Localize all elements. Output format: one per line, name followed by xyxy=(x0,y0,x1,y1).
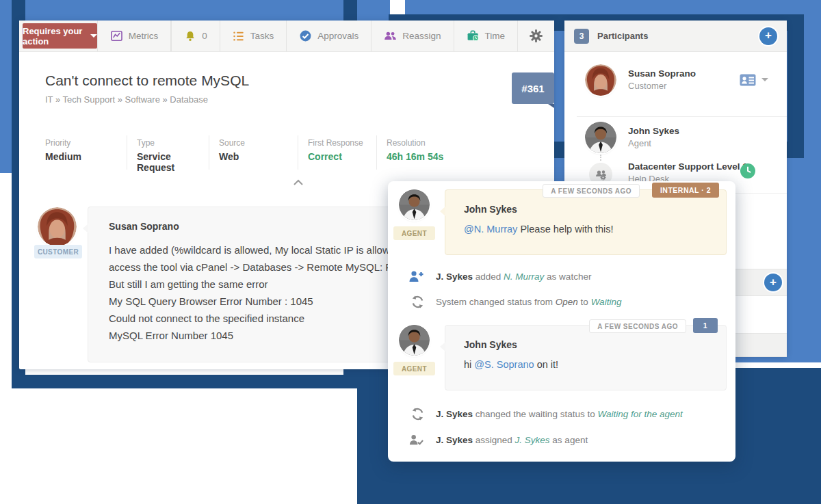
field-source: Source Web xyxy=(209,135,298,170)
avatar xyxy=(399,325,430,356)
participant-row-susan[interactable]: Susan Soprano Customer xyxy=(564,59,787,116)
message-timestamp: A FEW SECONDS AGO xyxy=(543,184,640,198)
avatar xyxy=(38,207,77,246)
avatar xyxy=(585,64,616,96)
chevron-up-icon xyxy=(293,179,304,186)
participant-row-john[interactable]: John Sykes Agent xyxy=(564,118,787,159)
toolbar-item-tasks[interactable]: Tasks xyxy=(220,21,287,51)
toolbar-tasks-label: Tasks xyxy=(250,31,274,41)
toolbar-approvals-label: Approvals xyxy=(317,31,359,41)
field-value: 46h 16m 54s xyxy=(387,151,479,162)
toolbar-settings-button[interactable] xyxy=(517,21,554,51)
toolbar-item-metrics[interactable]: Metrics xyxy=(97,21,171,51)
reassign-people-icon xyxy=(384,29,397,42)
message-text: Please help with this! xyxy=(517,224,613,235)
participant-role: Customer xyxy=(628,81,696,91)
field-value: Service Request xyxy=(137,151,209,173)
refresh-icon xyxy=(410,407,425,421)
ticket-toolbar: Requires your action Metrics 0 xyxy=(19,21,554,52)
row-divider xyxy=(577,116,787,117)
sla-clock-icon xyxy=(740,163,756,179)
field-resolution: Resolution 46h 16m 54s xyxy=(376,135,479,170)
refresh-icon xyxy=(410,295,425,309)
event-waiting-status-changed: J. Sykes changed the waiting status to W… xyxy=(436,409,683,419)
participant-name: Susan Soprano xyxy=(628,68,696,79)
field-label: First Response xyxy=(308,138,376,148)
field-type: Type Service Request xyxy=(127,135,209,170)
toolbar-item-time[interactable]: Time xyxy=(454,21,518,51)
message-body: hi @S. Soprano on it! xyxy=(464,359,726,370)
participant-name: John Sykes xyxy=(628,126,679,136)
add-follower-button[interactable] xyxy=(764,274,782,291)
customer-role-badge: CUSTOMER xyxy=(34,245,82,258)
avatar xyxy=(585,122,616,153)
conversation-card: AGENT A FEW SECONDS AGO INTERNAL · 2 Joh… xyxy=(388,181,735,462)
participants-count-badge: 3 xyxy=(574,29,589,44)
field-value: Web xyxy=(219,151,298,162)
field-priority: Priority Medium xyxy=(45,135,127,170)
message-prefix: hi xyxy=(464,359,474,370)
internal-badge: INTERNAL · 2 xyxy=(652,183,719,198)
bell-icon xyxy=(184,30,196,42)
screenshot-root: Requires your action Metrics 0 xyxy=(0,0,821,504)
user-plus-icon xyxy=(408,269,425,285)
field-label: Resolution xyxy=(387,138,479,148)
toolbar-item-alarms[interactable]: 0 xyxy=(171,21,220,51)
ticket-fields-row: Priority Medium Type Service Request Sou… xyxy=(45,135,538,170)
message-count-badge: 1 xyxy=(693,318,718,333)
internal-message-bubble: A FEW SECONDS AGO INTERNAL · 2 John Syke… xyxy=(445,189,727,255)
toolbar-item-approvals[interactable]: Approvals xyxy=(286,21,371,51)
toolbar-reassign-label: Reassign xyxy=(402,31,441,41)
participant-role: Agent xyxy=(628,138,679,148)
message-author: John Sykes xyxy=(464,339,726,350)
lifecycle-status-button[interactable]: Requires your action xyxy=(23,23,97,49)
mention-link[interactable]: @N. Murray xyxy=(464,224,517,235)
participants-title: Participants xyxy=(597,31,648,41)
chevron-down-icon xyxy=(90,34,97,38)
message-text: on it! xyxy=(534,359,558,370)
add-participant-button[interactable] xyxy=(759,27,777,45)
approvals-check-icon xyxy=(299,29,312,42)
toolbar-metrics-label: Metrics xyxy=(129,31,159,41)
breadcrumb[interactable]: IT » Tech Support » Software » Database xyxy=(45,94,208,105)
field-first-response: First Response Correct xyxy=(298,135,376,170)
user-check-icon xyxy=(408,432,424,448)
agent-role-badge: AGENT xyxy=(393,362,435,375)
field-label: Source xyxy=(219,138,298,148)
public-message-bubble: A FEW SECONDS AGO 1 John Sykes hi @S. So… xyxy=(445,325,727,390)
participants-header: 3 Participants xyxy=(564,21,787,52)
lifecycle-status-label: Requires your action xyxy=(23,26,84,47)
chevron-down-icon[interactable] xyxy=(761,78,768,81)
avatar xyxy=(399,189,430,220)
message-body: @N. Murray Please help with this! xyxy=(464,224,726,235)
field-value: Medium xyxy=(45,151,127,162)
field-label: Priority xyxy=(45,138,127,148)
collapse-chevron-button[interactable] xyxy=(293,176,304,189)
toolbar-time-label: Time xyxy=(485,31,506,41)
mention-link[interactable]: @S. Soprano xyxy=(474,359,534,370)
alarm-count: 0 xyxy=(202,31,207,41)
agent-role-badge: AGENT xyxy=(393,226,435,240)
ticket-number-tag: #361 xyxy=(512,72,554,104)
event-status-changed: System changed status from Open to Waiti… xyxy=(436,297,621,307)
message-author: John Sykes xyxy=(464,204,726,215)
metrics-chart-icon xyxy=(110,29,123,42)
tasks-list-icon xyxy=(233,30,245,42)
toolbar-item-reassign[interactable]: Reassign xyxy=(371,21,453,51)
contact-card-icon[interactable] xyxy=(740,74,756,86)
participant-name: Datacenter Support Level 1 xyxy=(628,161,748,172)
gear-icon xyxy=(529,29,543,43)
field-value: Correct xyxy=(308,151,376,162)
ticket-number: #361 xyxy=(521,83,544,94)
message-timestamp: A FEW SECONDS AGO xyxy=(589,319,686,333)
event-agent-assigned: J. Sykes assigned J. Sykes as agent xyxy=(436,435,588,445)
field-label: Type xyxy=(137,138,209,148)
time-briefcase-icon xyxy=(467,29,480,42)
event-watcher-added: J. Sykes added N. Murray as watcher xyxy=(436,271,591,282)
ticket-title: Can't connect to remote MySQL xyxy=(45,72,249,89)
